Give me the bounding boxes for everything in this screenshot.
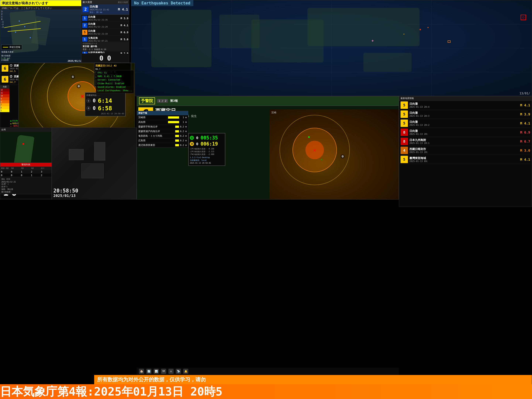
ram-display: RAM: 0.41 / 7.98GB <box>97 75 132 78</box>
seismic-row-2: 0 0 0 1 2 <box>0 174 51 177</box>
seismic-table-header: 震级 4级 3级 2级 1级 总计 <box>0 167 51 170</box>
world-map-date: 13/01/ <box>519 92 530 95</box>
nav-chart-icon[interactable]: 📊 <box>154 369 159 374</box>
list-item: 1 日向灘 2025/01/13 21:35 M 3.9 <box>82 15 129 22</box>
nav-bell-icon[interactable]: 🔔 <box>183 369 188 374</box>
eq-right-time-7: 2025-01-13 09: <box>409 160 519 162</box>
nav-signal-icon[interactable]: 📡 <box>176 369 181 374</box>
eq-badge: 2 <box>82 23 87 28</box>
countdown-num-1: ① <box>86 99 90 103</box>
eq-location: 日向灘 <box>88 15 120 19</box>
eq-time: 2025/01/13 21:29 <box>88 26 120 28</box>
eq-right-badge-4: 8 <box>400 129 408 136</box>
disclaimer-bar: 所有数据均为对外公开的数据，仅供学习，请勿 <box>94 375 532 384</box>
seismic-val-t1: 3 <box>41 170 51 173</box>
green-dot1 <box>308 136 310 138</box>
eq-right-info-3: 日向灘 2025-01-13 20:2 <box>409 120 519 126</box>
jp-sea: (JP)海底最大震度: -2.115 <box>190 150 224 153</box>
region-hiroshima: 広島県 <box>138 139 174 142</box>
nav-bottom-bar: 🏠 🔄 📊 🗺 ⚙ 📡 🔔 <box>137 368 399 375</box>
eq-right-mag-2: M 3.9 <box>520 112 530 116</box>
nav-home-icon[interactable]: 🏠 <box>139 369 144 374</box>
list-item: 2 日向灘 2025/01/13 21:29 M 4.1 <box>82 22 129 29</box>
col-mag3: 3级 <box>11 167 21 170</box>
eq-right-badge-7: 5 <box>400 156 408 163</box>
tsunami-legend-label: 津波注意報 <box>9 46 20 49</box>
eq-right-mag-3: M 4.1 <box>520 121 530 125</box>
circle-label-1: ① <box>71 75 75 79</box>
alert-fraction: 1 / 2 <box>157 99 168 103</box>
eq-right-badge-6: 4 <box>400 147 408 154</box>
val-amami: 0.2 m <box>180 135 187 137</box>
eq-right-info-1: 日向灘 2025-01-13 20:4 <box>409 102 519 108</box>
eq-right-info-4: 日向灘 2025-01-13 20: <box>409 129 519 135</box>
eq-right-time-1: 2025-01-13 20:4 <box>409 106 519 108</box>
alert-header: 予警院 1 / 2 第3報 <box>137 96 399 106</box>
eq-right-item-3: 5 日向灘 2025-01-13 20:2 M 4.1 <box>399 119 532 128</box>
camera-panel: 20:58:50 2025/01/13 <box>52 128 137 200</box>
bar-kagoshima <box>175 144 179 146</box>
seismic-val-32: 0 <box>11 174 21 177</box>
tw-label-time: 时间 <box>6 178 10 180</box>
seismic-val-42: 0 <box>1 174 11 177</box>
chime-display: Chime Music: Enabled <box>97 82 132 85</box>
eq-right-item-4: 8 日向灘 2025-01-13 20: M 6.9 <box>399 128 532 137</box>
countdown-bottom-2: ② 0 006:19 <box>190 141 224 147</box>
eq-right-loc-1: 日向灘 <box>409 102 519 106</box>
countdown-b2-badge: ② <box>190 142 194 146</box>
eq-top-item: 2 日向灘 2025/01/13 21:42 深さ: 20 km M 4.1 <box>82 4 129 15</box>
aerial-vehicle <box>94 142 105 161</box>
seismic-info-panel: 警报列表 震级 4级 3级 2级 1级 总计 0 0 1 2 3 0 0 0 1… <box>0 162 52 194</box>
eq-right-item-7: 5 臺灣東部海域 2025-01-13 09: M 4.1 <box>399 155 532 164</box>
nav-settings-icon[interactable]: ⚙ <box>168 369 174 374</box>
nav-refresh-icon[interactable]: 🔄 <box>146 369 152 374</box>
eq-top-location: 日向灘 <box>89 5 117 8</box>
taiwan-info-lon: 东(E°) <box>1 186 51 188</box>
eq-badge: 5 <box>82 30 87 35</box>
eq-right-info-7: 臺灣東部海域 2025-01-13 09: <box>409 156 519 162</box>
eq-right-item-6: 4 西藏日喀則市 2025-01-13 20: M 3.0 <box>399 146 532 155</box>
eq-right-time-5: 2025-01-13 20:1 <box>409 142 519 144</box>
countdown-zero-1: 0 <box>92 98 97 103</box>
regional-circle-2: ② <box>341 154 345 159</box>
grid-v3 <box>431 0 432 96</box>
epicenter-marker: ✕ <box>81 93 84 100</box>
eq-right-item-2: 5 日向灘 2025-01-13 20:3 M 3.9 <box>399 110 532 119</box>
regional-epicenter: ✕ <box>313 147 316 153</box>
camera-time: 20:58:50 <box>53 188 78 194</box>
eq-right-mag-1: M 4.1 <box>520 103 530 107</box>
green-dot2 <box>321 159 322 160</box>
bar-amami <box>175 135 179 137</box>
eq-right-time-3: 2025-01-13 20:2 <box>409 124 519 126</box>
observation-point: 付近観測点データ 東京都 越中島 震度:-2.1 加速度:0.10 <box>82 42 129 51</box>
eq-magnitude: M 3.9 <box>120 17 128 20</box>
world-eq-dot2 <box>427 27 429 28</box>
eq-right-loc-7: 臺灣東部海域 <box>409 156 519 160</box>
countdown-b1-zero: 0 <box>195 135 199 140</box>
eq-right-mag-7: M 4.1 <box>520 158 530 161</box>
eq-right-info-5: 日本九州島附 2025-01-13 20:1 <box>409 138 519 144</box>
list-item: 5 日向灘 2025/01/13 21:19 M 6.9 <box>82 29 129 36</box>
eq-right-mag-5: M 6.7 <box>520 140 530 143</box>
eq-right-item-1: 5 日向灘 2025-01-13 20:4 M 4.1 <box>399 101 532 110</box>
col-total: 总计 <box>41 167 51 170</box>
scale-5: 5 <box>0 109 9 112</box>
eq-right-info-6: 西藏日喀則市 2025-01-13 20: <box>409 148 519 154</box>
tw-ground: (TW)地面最大震度: -2.900 <box>190 153 224 156</box>
cross-marker: + <box>372 39 374 43</box>
obs-shindo: 震度:-2.1 加速度:0.10 <box>82 48 128 51</box>
disclaimer-text: 所有数据均为对外公开的数据，仅供学习，请勿 <box>97 376 206 383</box>
region-ehime2: 愛媛県瀬戸内海沿岸 <box>138 130 174 133</box>
countdown-row-2: ② 0 6:58 <box>86 105 124 112</box>
nav-map-icon[interactable]: 🗺 <box>161 369 166 374</box>
tsunami-scale-header: 津波予報 <box>137 111 188 115</box>
countdown-zero-2: 0 <box>92 105 97 111</box>
tsunami-legend-box: 津波注意報 <box>1 45 22 50</box>
countdown-num-2: ② <box>86 106 90 110</box>
bar-miyazaki <box>168 116 179 119</box>
reading-zero1: 0 <box>99 54 103 62</box>
vessel-marker <box>448 40 450 43</box>
val-ehime2: 0.2 m <box>180 130 187 133</box>
eq-location: 日向灘 <box>88 29 120 33</box>
eq-right-badge-3: 5 <box>400 120 408 127</box>
